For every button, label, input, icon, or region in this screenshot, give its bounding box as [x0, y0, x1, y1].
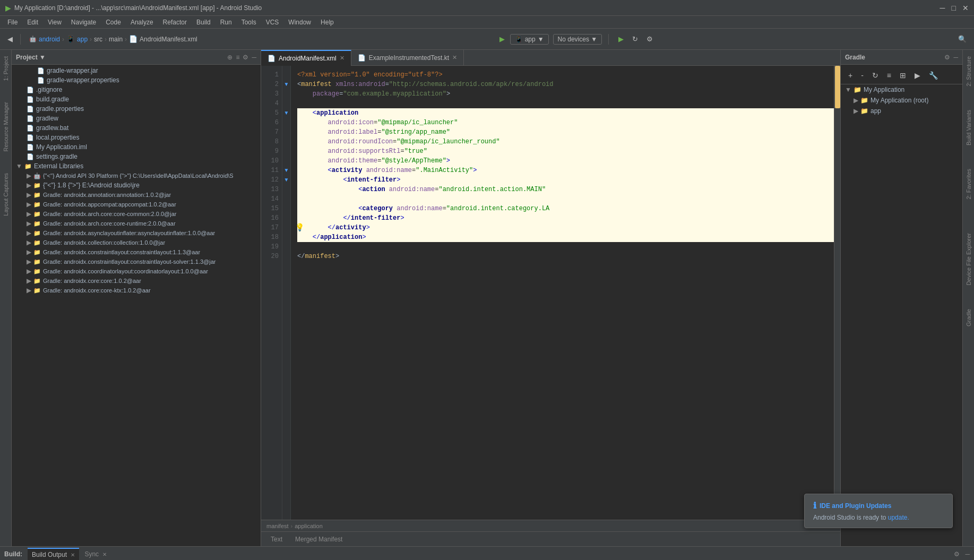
tree-item-collection[interactable]: ▶ 📁 Gradle: androidx.collection:collecti… [12, 238, 261, 247]
tree-item-iml[interactable]: 📄 My Application.iml [12, 142, 261, 152]
gradle-settings-btn[interactable]: ⚙ [944, 54, 950, 61]
tree-item-external-libs[interactable]: ▼ 📁 External Libraries [12, 161, 261, 171]
back-btn[interactable]: ◀ [4, 33, 16, 45]
menu-code[interactable]: Code [101, 18, 125, 27]
menu-build[interactable]: Build [192, 18, 215, 27]
menu-tools[interactable]: Tools [237, 18, 261, 27]
tree-item-constraintlayout-solver[interactable]: ▶ 📁 Gradle: androidx.constraintlayout:co… [12, 257, 261, 266]
breadcrumb-manifest[interactable]: AndroidManifest.xml [140, 36, 197, 43]
right-label-device-file[interactable]: Device File Explorer [964, 229, 973, 289]
tree-item-arch-common[interactable]: ▶ 📁 Gradle: androidx.arch.core:core-comm… [12, 209, 261, 219]
tree-item-gradle-wrapper-jar[interactable]: 📄 gradle-wrapper.jar [12, 66, 261, 75]
tree-item-android-api[interactable]: ▶ 🤖 {"<"} Android API 30 Platform {">"} … [12, 171, 261, 180]
gradle-item-app[interactable]: ▶ 📁 app [841, 106, 962, 116]
tab-merged-manifest[interactable]: Merged Manifest [290, 533, 348, 545]
gradle-btn-refresh[interactable]: ↻ [869, 69, 882, 82]
gradle-btn-minus[interactable]: - [858, 69, 867, 82]
tree-item-local-props[interactable]: 📄 local.properties [12, 133, 261, 142]
tree-item-gradle-props[interactable]: 📄 gradle.properties [12, 104, 261, 114]
device-selector[interactable]: No devices ▼ [553, 34, 602, 45]
gradle-btn-wrench[interactable]: 🔧 [926, 69, 941, 82]
gradle-item-myapp[interactable]: ▼ 📁 My Application [841, 84, 962, 95]
settings-btn[interactable]: ⚙ [643, 33, 656, 45]
tree-item-settings-gradle[interactable]: 📄 settings.gradle [12, 152, 261, 161]
module-selector[interactable]: 📱 app ▼ [510, 34, 549, 45]
gradle-item-root[interactable]: ▶ 📁 My Application (root) [841, 95, 962, 106]
build-settings-btn[interactable]: ⚙ [954, 550, 960, 558]
breadcrumb-app[interactable]: app [77, 36, 88, 43]
fold-5[interactable]: ▼ [282, 108, 290, 118]
locate-btn[interactable]: ⊕ [227, 54, 232, 61]
right-label-gradle[interactable]: Gradle [964, 305, 973, 331]
tree-item-annotation[interactable]: ▶ 📁 Gradle: androidx.annotation:annotati… [12, 190, 261, 200]
tree-item-core-ktx[interactable]: ▶ 📁 Gradle: androidx.core:core-ktx:1.0.2… [12, 286, 261, 295]
tree-item-appcompat[interactable]: ▶ 📁 Gradle: androidx.appcompat:appcompat… [12, 200, 261, 209]
tree-item-gitignore[interactable]: 📄 .gitignore [12, 85, 261, 94]
run-btn[interactable]: ▶ [496, 33, 508, 45]
breadcrumb-application-item[interactable]: application [295, 523, 323, 529]
tree-item-core[interactable]: ▶ 📁 Gradle: androidx.core:core:1.0.2@aar [12, 276, 261, 286]
menu-file[interactable]: File [3, 18, 22, 27]
bulb-icon[interactable]: 💡 [295, 223, 304, 232]
tree-item-arch-runtime[interactable]: ▶ 📁 Gradle: androidx.arch.core:core-runt… [12, 219, 261, 228]
collapse-btn[interactable]: ≡ [236, 54, 239, 61]
tree-item-gradlew-bat[interactable]: 📄 gradlew.bat [12, 123, 261, 133]
gradle-btn-sync[interactable]: + [845, 69, 856, 82]
menu-navigate[interactable]: Navigate [67, 18, 100, 27]
breadcrumb-manifest-item[interactable]: manifest [266, 523, 289, 529]
tab-text[interactable]: Text [265, 533, 288, 545]
yellow-scrollbar[interactable] [834, 66, 840, 520]
fold-12[interactable]: ▼ [282, 175, 290, 185]
right-label-build-variants[interactable]: Build Variants [964, 106, 973, 150]
gear-btn[interactable]: ⚙ [243, 54, 248, 61]
sidebar-label-layout[interactable]: Layout Captures [2, 169, 10, 220]
minimize-button[interactable]: ─ [940, 4, 945, 12]
menu-help[interactable]: Help [316, 18, 338, 27]
menu-analyze[interactable]: Analyze [126, 18, 158, 27]
tree-item-gradle-wrapper-props[interactable]: 📄 gradle-wrapper.properties [12, 75, 261, 85]
menu-edit[interactable]: Edit [23, 18, 42, 27]
menu-view[interactable]: View [44, 18, 66, 27]
gradle-btn-expand[interactable]: ⊞ [897, 69, 909, 82]
menu-refactor[interactable]: Refactor [159, 18, 191, 27]
build-tab-output[interactable]: Build Output ✕ [28, 548, 79, 561]
gradle-btn-align[interactable]: ≡ [884, 69, 894, 82]
sidebar-label-resource[interactable]: Resource Manager [2, 98, 10, 156]
menu-window[interactable]: Window [284, 18, 315, 27]
tree-item-gradlew[interactable]: 📄 gradlew [12, 114, 261, 123]
right-label-structure[interactable]: 2: Structure [964, 52, 973, 91]
tree-item-coordinatorlayout[interactable]: ▶ 📁 Gradle: androidx.coordinatorlayout:c… [12, 266, 261, 276]
fold-11[interactable]: ▼ [282, 166, 290, 175]
breadcrumb-android[interactable]: android [39, 36, 60, 43]
menu-run[interactable]: Run [216, 18, 236, 27]
search-btn[interactable]: 🔍 [955, 33, 970, 45]
tree-item-asynclayout[interactable]: ▶ 📁 Gradle: androidx.asynclayoutinflater… [12, 228, 261, 238]
tree-item-jre[interactable]: ▶ 📁 {"<"} 1.8 {">"} E:\Android studio\jr… [12, 180, 261, 190]
gradle-minimize-btn[interactable]: ─ [953, 54, 958, 61]
right-label-favorites[interactable]: 2: Favorites [964, 165, 973, 203]
fold-2[interactable]: ▼ [282, 80, 290, 89]
notification-link[interactable]: update. [888, 514, 909, 521]
code-editor[interactable]: 12345 678910 1112131415 1617181920 ▼ ▼ ▼… [261, 66, 840, 520]
build-tab-output-close[interactable]: ✕ [71, 552, 75, 558]
tab-exampletest[interactable]: 📄 ExampleInstrumentedTest.kt ✕ [351, 50, 464, 66]
breadcrumb-main[interactable]: main [109, 36, 123, 43]
breadcrumb-src[interactable]: src [94, 36, 102, 43]
gradle-btn-run[interactable]: ▶ [911, 69, 924, 82]
menu-vcs[interactable]: VCS [262, 18, 283, 27]
close-button[interactable]: ✕ [962, 4, 969, 12]
build-tab-sync[interactable]: Sync ✕ [80, 548, 111, 560]
tab-exampletest-close[interactable]: ✕ [452, 54, 457, 61]
tree-item-build-gradle[interactable]: 📄 build.gradle [12, 94, 261, 104]
sync-btn[interactable]: ↻ [629, 33, 641, 45]
build-tab-sync-close[interactable]: ✕ [102, 552, 107, 557]
tree-item-constraintlayout[interactable]: ▶ 📁 Gradle: androidx.constraintlayout:co… [12, 247, 261, 257]
sidebar-label-project[interactable]: 1: Project [2, 52, 10, 85]
maximize-button[interactable]: □ [952, 4, 956, 12]
build-minimize-btn[interactable]: ─ [965, 550, 970, 558]
build-btn[interactable]: ▶ [615, 33, 627, 45]
tab-androidmanifest-close[interactable]: ✕ [340, 55, 344, 62]
minimize-panel-btn[interactable]: ─ [252, 54, 256, 61]
code-content[interactable]: <?xml version="1.0" encoding="utf-8"?> <… [291, 66, 834, 520]
tab-androidmanifest[interactable]: 📄 AndroidManifest.xml ✕ [261, 50, 351, 66]
